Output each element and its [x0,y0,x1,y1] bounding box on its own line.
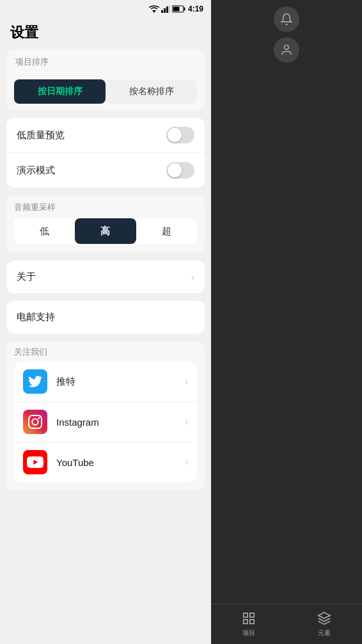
toggle-low-quality-switch[interactable] [166,127,194,143]
toggle-low-quality[interactable]: 低质量预览 [6,118,205,152]
email-support-label: 电邮支持 [17,311,55,323]
youtube-icon [23,450,47,474]
instagram-icon [23,410,47,434]
status-icons: 4:19 [149,4,203,13]
svg-rect-9 [244,613,248,617]
nav-project-label: 项目 [242,629,255,638]
instagram-label: Instagram [56,417,185,428]
sort-section: 项目排序 按日期排序 按名称排序 [6,50,205,110]
twitter-item[interactable]: 推特 › [14,362,197,401]
nav-elements-label: 元素 [318,629,331,638]
follow-items-container: 推特 › Instagram › You [14,362,197,482]
right-sidebar: 项目 元素 [211,0,362,644]
svg-rect-12 [250,620,254,624]
right-top-icons [274,6,299,63]
settings-panel: 4:19 设置 项目排序 按日期排序 按名称排序 低质量预览 演示模式 音频重采… [0,0,211,644]
sort-by-name-button[interactable]: 按名称排序 [106,79,197,104]
toggle-demo-mode-switch[interactable] [166,162,194,179]
toggle-low-quality-label: 低质量预览 [17,129,65,141]
project-nav-icon [241,611,256,626]
status-bar: 4:19 [0,0,211,18]
svg-point-8 [285,45,289,50]
svg-rect-6 [184,8,185,11]
follow-us-label: 关注我们 [14,346,197,358]
email-support-item[interactable]: 电邮支持 [6,301,205,334]
youtube-label: YouTube [56,457,185,468]
svg-rect-2 [164,8,166,13]
signal-icon [161,5,170,13]
elements-nav-icon [317,611,332,626]
audio-ultra-button[interactable]: 超 [136,218,197,244]
about-label: 关于 [17,271,36,283]
sort-buttons-container: 按日期排序 按名称排序 [6,73,205,110]
nav-item-project[interactable]: 项目 [211,604,287,644]
audio-low-button[interactable]: 低 [14,218,75,244]
audio-section: 音频重采样 低 高 超 [6,195,205,253]
sort-by-date-button[interactable]: 按日期排序 [14,79,106,104]
instagram-item[interactable]: Instagram › [14,401,197,442]
toggles-section: 低质量预览 演示模式 [6,118,205,188]
user-icon[interactable] [274,37,299,63]
svg-rect-11 [244,620,248,624]
toggle-demo-mode[interactable]: 演示模式 [6,152,205,188]
wifi-icon [149,5,159,13]
about-section: 关于 › [6,261,205,293]
audio-high-button[interactable]: 高 [75,218,136,244]
svg-rect-4 [169,5,170,13]
follow-us-section: 关注我们 推特 › Instagram › [6,341,205,490]
audio-resample-label: 音频重采样 [14,202,197,213]
twitter-chevron-icon: › [185,376,188,387]
audio-buttons-container: 低 高 超 [14,218,197,244]
svg-rect-10 [250,613,254,617]
page-title: 设置 [0,18,211,50]
svg-rect-1 [161,10,163,13]
instagram-chevron-icon: › [185,416,188,428]
battery-icon [172,5,186,13]
twitter-label: 推特 [56,376,185,388]
notification-icon[interactable] [274,6,299,32]
youtube-chevron-icon: › [185,456,188,468]
youtube-item[interactable]: YouTube › [14,442,197,482]
about-item[interactable]: 关于 › [6,261,205,293]
svg-marker-0 [152,10,156,13]
about-chevron-icon: › [191,271,194,283]
nav-item-elements[interactable]: 元素 [287,604,362,644]
sort-section-label: 项目排序 [6,50,205,73]
toggle-demo-mode-label: 演示模式 [17,165,55,177]
twitter-icon [23,369,47,394]
time-display: 4:19 [188,4,203,13]
svg-rect-3 [166,6,168,13]
email-support-section: 电邮支持 [6,301,205,334]
svg-rect-7 [173,7,179,12]
bottom-nav: 项目 元素 [211,604,362,644]
